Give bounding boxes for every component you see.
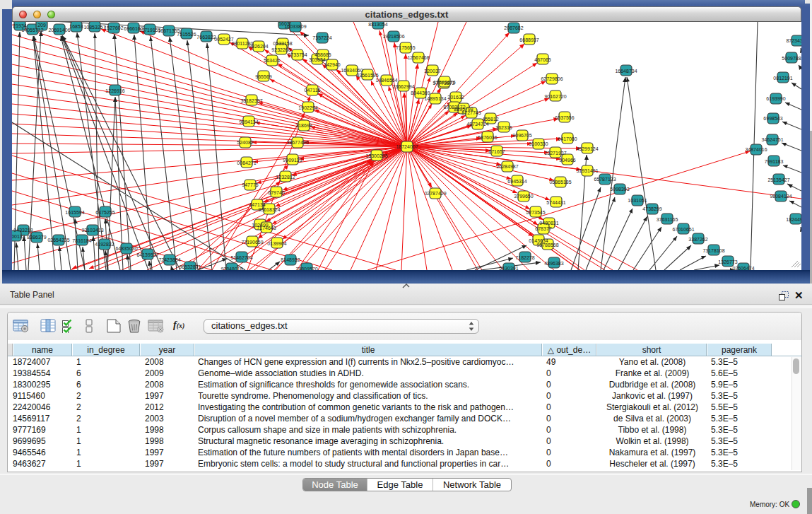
- svg-text:18724007: 18724007: [396, 144, 418, 149]
- svg-text:5098393: 5098393: [610, 187, 629, 192]
- svg-text:678377: 678377: [535, 226, 551, 231]
- svg-text:447134: 447134: [249, 202, 265, 207]
- svg-text:1824493: 1824493: [786, 217, 801, 222]
- svg-text:31931491: 31931491: [576, 168, 598, 173]
- svg-text:4192832: 4192832: [95, 242, 114, 247]
- svg-text:9826204: 9826204: [249, 44, 268, 49]
- svg-text:6475255: 6475255: [95, 210, 114, 215]
- svg-text:0139904: 0139904: [267, 241, 286, 246]
- svg-text:16934060: 16934060: [341, 68, 363, 73]
- svg-text:64139537: 64139537: [136, 252, 158, 257]
- svg-text:19218506: 19218506: [382, 34, 404, 39]
- svg-text:1031051: 1031051: [628, 198, 647, 203]
- svg-text:7175655: 7175655: [396, 45, 415, 50]
- svg-text:17693676: 17693676: [433, 80, 455, 85]
- svg-text:458685: 458685: [314, 52, 331, 57]
- svg-text:9909133: 9909133: [283, 158, 302, 163]
- svg-text:5430391: 5430391: [499, 266, 518, 271]
- svg-text:7991183: 7991183: [765, 159, 784, 164]
- svg-text:73178108: 73178108: [702, 248, 724, 253]
- svg-text:318699: 318699: [295, 123, 312, 128]
- svg-text:37631165: 37631165: [657, 217, 678, 222]
- svg-text:1615594: 1615594: [65, 210, 84, 215]
- svg-text:18300295: 18300295: [365, 153, 387, 158]
- svg-text:28809570: 28809570: [295, 267, 317, 271]
- svg-text:3100330: 3100330: [529, 141, 548, 146]
- svg-text:6417080: 6417080: [558, 136, 577, 141]
- svg-text:8044369: 8044369: [411, 90, 430, 95]
- svg-text:9600133: 9600133: [12, 234, 25, 239]
- svg-text:563421: 563421: [264, 58, 280, 63]
- svg-text:6688937: 6688937: [519, 37, 539, 42]
- svg-text:23271937: 23271937: [544, 151, 566, 156]
- svg-text:14895134: 14895134: [424, 96, 446, 101]
- svg-text:524082: 524082: [237, 140, 253, 145]
- svg-text:9232260: 9232260: [271, 47, 290, 52]
- svg-text:67010651: 67010651: [672, 227, 694, 232]
- svg-text:93618324: 93618324: [258, 207, 280, 212]
- svg-text:02606474: 02606474: [732, 266, 754, 271]
- svg-text:3799650: 3799650: [514, 194, 533, 199]
- svg-text:6945314: 6945314: [507, 179, 526, 184]
- svg-text:25135427: 25135427: [767, 177, 789, 182]
- svg-text:965569: 965569: [255, 74, 271, 79]
- svg-text:3387262: 3387262: [688, 237, 707, 242]
- svg-text:7663822: 7663822: [196, 35, 216, 40]
- svg-text:5273545: 5273545: [526, 210, 545, 215]
- svg-text:98084124: 98084124: [770, 194, 792, 199]
- svg-text:4738299: 4738299: [642, 206, 661, 211]
- svg-text:209: 209: [37, 23, 46, 28]
- svg-text:142940: 142940: [324, 62, 340, 67]
- svg-text:65787133: 65787133: [594, 177, 616, 182]
- svg-text:6537556: 6537556: [555, 115, 574, 120]
- svg-text:34874016: 34874016: [745, 147, 767, 152]
- svg-text:0812191: 0812191: [773, 76, 792, 81]
- svg-text:4896383: 4896383: [544, 261, 563, 266]
- svg-text:0733754: 0733754: [288, 52, 307, 57]
- svg-text:2087682: 2087682: [504, 25, 523, 30]
- svg-text:362316: 362316: [495, 125, 512, 130]
- svg-text:7515526: 7515526: [177, 32, 196, 37]
- svg-text:303654: 303654: [309, 57, 325, 62]
- svg-text:62729806: 62729806: [541, 76, 563, 81]
- svg-text:7816184: 7816184: [72, 238, 91, 243]
- svg-text:05865185: 05865185: [549, 180, 571, 185]
- svg-text:8386379: 8386379: [27, 235, 46, 240]
- svg-text:45299124: 45299124: [576, 146, 598, 151]
- svg-text:1527602: 1527602: [104, 25, 123, 30]
- svg-text:93103413: 93103413: [81, 228, 103, 233]
- svg-text:38677496: 38677496: [286, 140, 308, 145]
- svg-text:1232812: 1232812: [276, 175, 295, 180]
- svg-text:0533158: 0533158: [273, 41, 292, 46]
- svg-text:0084271: 0084271: [237, 160, 256, 165]
- svg-text:5009788: 5009788: [782, 56, 801, 61]
- svg-text:7357224: 7357224: [312, 35, 331, 40]
- svg-text:16853: 16853: [69, 24, 83, 29]
- svg-text:87234309: 87234309: [786, 38, 801, 43]
- svg-text:9480831: 9480831: [539, 221, 558, 226]
- svg-text:904966: 904966: [559, 158, 575, 163]
- svg-text:455812: 455812: [482, 117, 498, 122]
- svg-text:467065: 467065: [534, 57, 551, 62]
- svg-text:320037: 320037: [424, 69, 440, 74]
- svg-text:95788568: 95788568: [536, 243, 558, 247]
- svg-text:34624751: 34624751: [761, 137, 783, 142]
- svg-text:97848018: 97848018: [220, 267, 242, 271]
- svg-text:201632: 201632: [447, 95, 464, 100]
- svg-text:9096705: 9096705: [512, 133, 531, 138]
- svg-text:51462704: 51462704: [230, 255, 252, 260]
- svg-text:7182278: 7182278: [515, 255, 534, 260]
- svg-text:02787429: 02787429: [424, 191, 446, 196]
- svg-text:6193990: 6193990: [766, 96, 785, 101]
- svg-text:14846564: 14846564: [375, 78, 397, 83]
- svg-text:8148932: 8148932: [281, 257, 300, 262]
- svg-text:96532871: 96532871: [179, 264, 201, 269]
- svg-text:20691406: 20691406: [48, 28, 70, 33]
- svg-text:8727743: 8727743: [461, 110, 481, 115]
- svg-text:12567468: 12567468: [407, 55, 429, 60]
- svg-text:10853257: 10853257: [83, 25, 105, 30]
- svg-text:0052427: 0052427: [214, 37, 233, 42]
- svg-text:1902294: 1902294: [298, 105, 317, 110]
- svg-text:1326773: 1326773: [718, 259, 737, 264]
- svg-text:947775: 947775: [242, 182, 258, 187]
